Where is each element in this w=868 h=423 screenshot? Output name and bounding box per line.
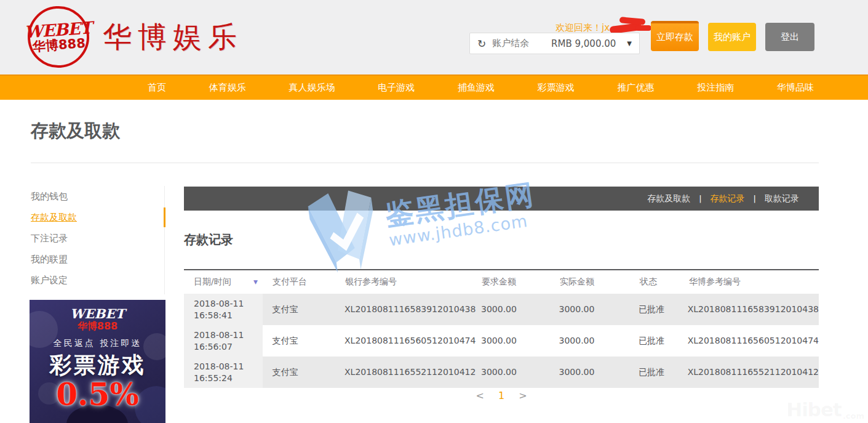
logo-sub-text: 华博888: [32, 36, 86, 54]
title-divider: [31, 163, 819, 163]
cell-huabo_ref: XL2018081116560512010474: [678, 325, 819, 357]
banner-tagline: 全民返点 投注即送: [30, 338, 165, 349]
column-header-2[interactable]: 支付平台: [263, 276, 335, 288]
sidebar-menu: 我的钱包存款及取款下注记录我的联盟账户设定: [31, 186, 165, 294]
webet-logo-mark: WEBET 华博888: [26, 4, 92, 70]
cell-status: 已批准: [629, 325, 678, 357]
site-watermark: 鉴黑担保网 www.jhdb8.com: [301, 153, 576, 281]
nav-item-8[interactable]: 投注指南: [697, 82, 734, 94]
censored-username-scribble: [610, 22, 650, 33]
sort-desc-icon[interactable]: ▼: [253, 279, 258, 285]
table-row: 2018-08-11 16:56:07支付宝XL2018081116560512…: [184, 325, 819, 357]
balance-value: RMB 9,000.00: [551, 38, 616, 49]
tab-separator: |: [699, 194, 701, 203]
cell-platform: 支付宝: [263, 325, 335, 357]
column-header-label: 状态: [640, 276, 657, 286]
column-header-3[interactable]: 银行参考编号: [335, 276, 472, 288]
sidebar-item-5[interactable]: 账户设定: [31, 270, 164, 291]
lottery-promo-banner[interactable]: WEBET 华博888 全民返点 投注即送 彩票游戏 0.5%: [30, 300, 165, 423]
cell-actual_amount: 3000.00: [549, 325, 629, 357]
cell-platform: 支付宝: [263, 294, 335, 325]
site-logo[interactable]: WEBET 华博888 华博娱乐: [28, 6, 243, 68]
account-balance-widget[interactable]: ↻ 账户结余 RMB 9,000.00 ▼: [469, 33, 640, 54]
banner-rate: 0.5%: [30, 379, 165, 410]
cell-status: 已批准: [629, 294, 678, 325]
column-header-label: 要求金额: [482, 276, 516, 286]
banner-brand: WEBET: [30, 307, 165, 320]
cell-requested_amount: 3000.00: [471, 325, 549, 357]
cell-huabo_ref: XL2018081116583912010438: [678, 294, 819, 325]
nav-item-4[interactable]: 电子游戏: [378, 82, 415, 94]
current-page-number[interactable]: 1: [498, 390, 504, 401]
tab-separator: |: [754, 194, 756, 203]
cell-datetime: 2018-08-11 16:58:41: [184, 294, 263, 325]
tab-3[interactable]: 取款记录: [765, 193, 799, 204]
column-header-label: 日期/时间: [194, 276, 231, 288]
nav-item-7[interactable]: 推广优惠: [618, 82, 655, 94]
balance-label: 账户结余: [492, 38, 529, 49]
next-page-button[interactable]: >: [519, 390, 527, 401]
corner-watermark-brand: Hibet: [786, 398, 842, 421]
cell-actual_amount: 3000.00: [549, 294, 629, 325]
dropdown-arrow-icon[interactable]: ▼: [627, 40, 632, 47]
welcome-text: 欢迎回来！jx: [555, 22, 610, 33]
nav-item-9[interactable]: 华博品味: [777, 82, 814, 94]
cell-bank_ref: XL2018081116552112010412: [335, 357, 471, 388]
main-nav: 首页体育娱乐真人娱乐场电子游戏捕鱼游戏彩票游戏推广优惠投注指南华博品味: [0, 75, 868, 100]
tab-2[interactable]: 存款记录: [711, 193, 745, 204]
sidebar-item-4[interactable]: 我的联盟: [31, 249, 164, 270]
deposit-records-table: 日期/时间▼支付平台银行参考编号要求金额实际金额状态华博参考编号 2018-08…: [184, 269, 819, 388]
cell-huabo_ref: XL2018081116552112010412: [678, 357, 819, 388]
cell-datetime: 2018-08-11 16:55:24: [184, 357, 263, 388]
cell-bank_ref: XL2018081116583912010438: [335, 294, 471, 325]
tab-1[interactable]: 存款及取款: [647, 193, 690, 204]
table-body: 2018-08-11 16:58:41支付宝XL2018081116583912…: [184, 294, 819, 388]
column-header-7[interactable]: 华博参考编号: [679, 276, 819, 288]
sidebar-item-2[interactable]: 存款及取款: [31, 207, 164, 228]
cell-bank_ref: XL2018081116560512010474: [335, 325, 471, 357]
page: WEBET 华博888 华博娱乐 欢迎回来！jx ↻ 账户结余 RMB 9,00…: [0, 0, 868, 423]
nav-item-5[interactable]: 捕鱼游戏: [458, 82, 495, 94]
table-row: 2018-08-11 16:55:24支付宝XL2018081116552112…: [184, 357, 819, 388]
cell-platform: 支付宝: [263, 357, 335, 388]
column-header-label: 支付平台: [273, 276, 307, 286]
table-header-row: 日期/时间▼支付平台银行参考编号要求金额实际金额状态华博参考编号: [184, 269, 819, 294]
page-title: 存款及取款: [31, 119, 120, 143]
watermark-url: www.jhdb8.com: [388, 209, 540, 249]
sidebar-item-1[interactable]: 我的钱包: [31, 186, 164, 207]
corner-watermark-suffix: .com: [843, 411, 864, 421]
nav-item-2[interactable]: 体育娱乐: [209, 82, 246, 94]
cell-status: 已批准: [629, 357, 678, 388]
refresh-icon[interactable]: ↻: [477, 38, 486, 50]
column-header-label: 实际金额: [560, 276, 594, 286]
table-row: 2018-08-11 16:58:41支付宝XL2018081116583912…: [184, 294, 819, 325]
content-tabs: 存款及取款|存款记录|取款记录: [184, 187, 819, 211]
cell-requested_amount: 3000.00: [471, 294, 549, 325]
deposit-now-button[interactable]: 立即存款: [651, 21, 699, 51]
cell-datetime: 2018-08-11 16:56:07: [184, 325, 263, 357]
banner-brand-sub: 华博888: [30, 320, 165, 332]
logo-site-name: 华博娱乐: [103, 18, 243, 57]
nav-item-3[interactable]: 真人娱乐场: [289, 82, 335, 94]
pagination: < 1 >: [184, 390, 819, 401]
cell-actual_amount: 3000.00: [549, 357, 629, 388]
column-header-6[interactable]: 状态: [630, 276, 679, 288]
column-header-1[interactable]: 日期/时间▼: [184, 276, 263, 288]
my-account-button[interactable]: 我的账户: [708, 23, 756, 51]
prev-page-button[interactable]: <: [476, 390, 484, 401]
logout-button[interactable]: 登出: [765, 23, 814, 51]
section-title: 存款记录: [184, 232, 233, 248]
column-header-label: 华博参考编号: [689, 276, 741, 286]
cell-requested_amount: 3000.00: [471, 357, 549, 388]
nav-item-6[interactable]: 彩票游戏: [538, 82, 575, 94]
corner-watermark: Hibet .com: [786, 398, 864, 421]
sidebar-item-3[interactable]: 下注记录: [31, 228, 164, 249]
column-header-4[interactable]: 要求金额: [472, 276, 550, 288]
site-header: WEBET 华博888 华博娱乐 欢迎回来！jx ↻ 账户结余 RMB 9,00…: [0, 0, 868, 75]
nav-item-1[interactable]: 首页: [148, 82, 166, 94]
column-header-label: 银行参考编号: [345, 276, 397, 286]
column-header-5[interactable]: 实际金额: [550, 276, 630, 288]
